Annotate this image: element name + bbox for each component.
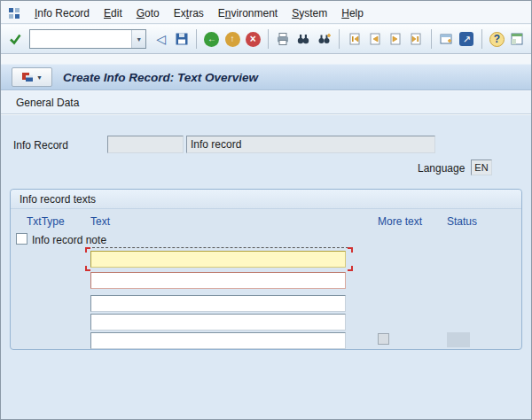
save-button[interactable] — [172, 28, 191, 50]
toolbar-separator — [481, 29, 482, 49]
previous-page-button[interactable] — [365, 28, 384, 50]
toolbar-separator — [196, 29, 197, 49]
find-binoculars-icon — [296, 32, 310, 46]
column-header-txttype: TxtType — [27, 215, 65, 228]
text-row-input-2[interactable] — [90, 272, 346, 289]
left-arrow-button[interactable]: ◁ — [152, 28, 170, 50]
standard-toolbar: ▼ ◁ ← ↑ × — [1, 25, 531, 54]
exit-button[interactable]: ↑ — [223, 28, 242, 50]
last-page-button[interactable] — [407, 28, 426, 50]
help-button[interactable]: ? — [488, 28, 506, 50]
toolbar-separator — [431, 29, 432, 49]
exit-circle-icon: ↑ — [225, 32, 240, 47]
focus-dashed-line — [88, 247, 348, 248]
gui-actions-icon — [21, 71, 34, 83]
menu-info-record[interactable]: Info Record — [27, 4, 97, 22]
language-field[interactable] — [471, 159, 492, 175]
menu-help[interactable]: Help — [334, 4, 371, 22]
status-cell — [447, 332, 470, 347]
customize-layout-button[interactable] — [508, 28, 527, 50]
page-title: Create Info Record: Text Overview — [63, 71, 258, 84]
first-page-button[interactable] — [345, 28, 364, 50]
menu-edit[interactable]: Edit — [97, 4, 129, 22]
menu-goto[interactable]: Goto — [129, 4, 167, 22]
create-shortcut-button[interactable]: ↗ — [458, 28, 476, 50]
command-input[interactable] — [30, 31, 131, 47]
text-row-input-5[interactable] — [90, 332, 346, 349]
toolbar-separator — [268, 29, 269, 49]
language-label: Language — [418, 162, 465, 175]
cancel-button[interactable]: × — [244, 28, 262, 50]
group-title: Info record texts — [20, 193, 96, 206]
group-header: Info record texts — [11, 190, 521, 209]
general-data-button[interactable]: General Data — [6, 92, 89, 113]
next-page-icon — [388, 32, 403, 46]
last-page-icon — [409, 32, 423, 46]
first-page-icon — [348, 32, 362, 46]
selection-mark-bottom-right — [348, 266, 353, 271]
find-next-binoculars-icon — [317, 32, 332, 46]
selection-mark-top-right — [348, 247, 353, 253]
new-session-icon — [439, 32, 453, 46]
menu-bar: Info Record Edit Goto Extras Environment… — [1, 4, 531, 24]
info-record-label: Info Record — [13, 139, 68, 152]
enter-button[interactable] — [5, 28, 24, 50]
more-text-checkbox — [378, 333, 389, 345]
column-header-text: Text — [90, 215, 110, 228]
info-record-note-label: Info record note — [32, 234, 106, 246]
column-header-status: Status — [447, 215, 477, 228]
toolbar-separator — [339, 29, 340, 49]
transaction-grid-icon[interactable] — [8, 7, 20, 19]
info-record-note-checkbox[interactable] — [16, 233, 27, 245]
text-row-input-3[interactable] — [90, 295, 346, 312]
save-icon — [175, 32, 189, 46]
application-toolbar: General Data — [1, 91, 531, 114]
cancel-circle-icon: × — [246, 32, 261, 47]
content-area: Info Record Language Info record texts T… — [1, 115, 531, 419]
back-button[interactable]: ← — [202, 28, 221, 50]
command-dropdown-icon[interactable]: ▼ — [131, 30, 145, 48]
new-session-button[interactable] — [437, 28, 456, 50]
back-circle-icon: ← — [204, 32, 219, 47]
customize-layout-icon — [510, 32, 524, 46]
column-header-more-text: More text — [378, 215, 422, 228]
menu-extras[interactable]: Extras — [167, 4, 211, 22]
text-row-input-1[interactable] — [90, 251, 346, 268]
chevron-down-icon: ▼ — [36, 74, 43, 81]
enter-check-icon — [8, 32, 22, 46]
menu-environment[interactable]: Environment — [211, 4, 285, 22]
help-icon: ? — [489, 32, 505, 47]
next-page-button[interactable] — [386, 28, 404, 50]
gui-actions-button[interactable]: ▼ — [12, 67, 52, 87]
info-record-texts-group: Info record texts TxtType Text More text… — [10, 189, 522, 350]
sap-window: Info Record Edit Goto Extras Environment… — [0, 0, 532, 420]
find-button[interactable] — [294, 28, 313, 50]
print-icon — [276, 32, 290, 46]
find-next-button[interactable] — [315, 28, 333, 50]
menu-system[interactable]: System — [285, 4, 334, 22]
title-bar: ▼ Create Info Record: Text Overview — [1, 64, 531, 90]
info-record-description-field — [186, 136, 435, 153]
info-record-number-field[interactable] — [107, 136, 184, 153]
previous-page-icon — [368, 32, 382, 46]
text-row-input-4[interactable] — [90, 314, 346, 331]
shortcut-icon: ↗ — [459, 32, 473, 46]
print-button[interactable] — [274, 28, 293, 50]
command-field: ▼ — [29, 29, 146, 49]
